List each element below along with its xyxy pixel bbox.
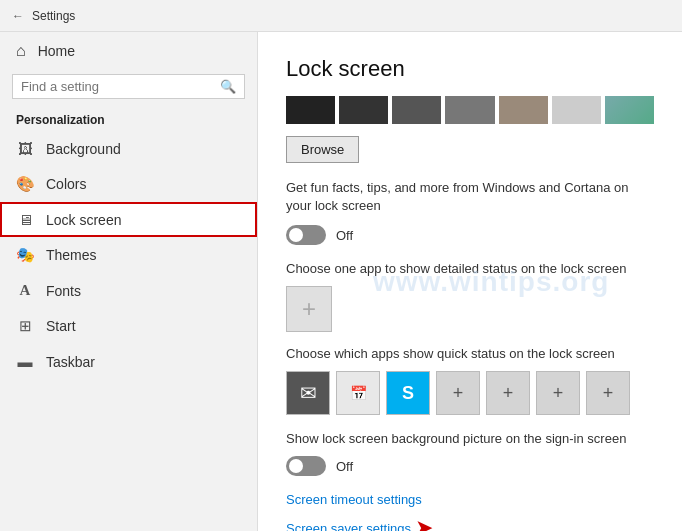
search-icon: 🔍 <box>220 79 236 94</box>
toggle-knob <box>289 228 303 242</box>
sidebar-item-lock-screen[interactable]: 🖥 Lock screen <box>0 202 257 237</box>
background-icon: 🖼 <box>16 140 34 157</box>
bg-preview-1 <box>286 96 335 124</box>
search-input[interactable] <box>21 79 220 94</box>
app-icon-calendar[interactable]: 📅 <box>336 371 380 415</box>
taskbar-icon: ▬ <box>16 353 34 370</box>
quick-status-app-picker: ✉ 📅 S + + + + <box>286 371 654 415</box>
sidebar-item-start-label: Start <box>46 318 76 334</box>
colors-icon: 🎨 <box>16 175 34 193</box>
title-bar-text: Settings <box>32 9 75 23</box>
screen-saver-link[interactable]: Screen saver settings <box>286 521 411 531</box>
sidebar-item-taskbar[interactable]: ▬ Taskbar <box>0 344 257 379</box>
signin-toggle-knob <box>289 459 303 473</box>
bg-preview-6 <box>552 96 601 124</box>
home-icon: ⌂ <box>16 42 26 60</box>
themes-icon: 🎭 <box>16 246 34 264</box>
sidebar: ⌂ Home 🔍 Personalization 🖼 Background 🎨 … <box>0 32 258 531</box>
detailed-status-app-icon[interactable]: + <box>286 286 332 332</box>
sidebar-item-colors[interactable]: 🎨 Colors <box>0 166 257 202</box>
bg-preview-7 <box>605 96 654 124</box>
fonts-icon: A <box>16 282 34 299</box>
bg-preview-3 <box>392 96 441 124</box>
sidebar-search-box[interactable]: 🔍 <box>12 74 245 99</box>
sidebar-item-fonts[interactable]: A Fonts <box>0 273 257 308</box>
sidebar-item-lock-screen-label: Lock screen <box>46 212 121 228</box>
main-content: www.wintips.org Lock screen Browse Get f… <box>258 32 682 531</box>
sidebar-item-background[interactable]: 🖼 Background <box>0 131 257 166</box>
signin-label: Show lock screen background picture on t… <box>286 431 654 446</box>
bg-preview-4 <box>445 96 494 124</box>
app-icon-plus-3[interactable]: + <box>536 371 580 415</box>
sidebar-item-themes[interactable]: 🎭 Themes <box>0 237 257 273</box>
bg-preview-2 <box>339 96 388 124</box>
sidebar-item-fonts-label: Fonts <box>46 283 81 299</box>
red-arrow-icon: ➤ <box>415 515 433 531</box>
bg-preview-5 <box>499 96 548 124</box>
app-icon-plus-2[interactable]: + <box>486 371 530 415</box>
signin-toggle-label: Off <box>336 459 353 474</box>
active-border <box>0 202 257 237</box>
cortana-toggle-row: Off <box>286 225 654 245</box>
signin-toggle-row: Off <box>286 456 654 476</box>
bg-preview-strip <box>286 96 654 124</box>
sidebar-item-colors-label: Colors <box>46 176 86 192</box>
back-button[interactable]: ← <box>12 9 24 23</box>
sidebar-section-label: Personalization <box>0 107 257 131</box>
signin-toggle[interactable] <box>286 456 326 476</box>
sidebar-item-home[interactable]: ⌂ Home <box>0 32 257 70</box>
sidebar-item-taskbar-label: Taskbar <box>46 354 95 370</box>
start-icon: ⊞ <box>16 317 34 335</box>
sidebar-item-themes-label: Themes <box>46 247 97 263</box>
app-icon-mail[interactable]: ✉ <box>286 371 330 415</box>
page-title: Lock screen <box>286 56 654 82</box>
detailed-status-label: Choose one app to show detailed status o… <box>286 261 654 276</box>
browse-button[interactable]: Browse <box>286 136 359 163</box>
app-icon-skype[interactable]: S <box>386 371 430 415</box>
cortana-toggle[interactable] <box>286 225 326 245</box>
cortana-toggle-label: Off <box>336 228 353 243</box>
app-icon-plus-1[interactable]: + <box>436 371 480 415</box>
quick-status-label: Choose which apps show quick status on t… <box>286 346 654 361</box>
cortana-description: Get fun facts, tips, and more from Windo… <box>286 179 654 215</box>
sidebar-item-background-label: Background <box>46 141 121 157</box>
lock-screen-icon: 🖥 <box>16 211 34 228</box>
screen-saver-row: Screen saver settings ➤ <box>286 515 654 531</box>
app-icon-plus-4[interactable]: + <box>586 371 630 415</box>
sidebar-home-label: Home <box>38 43 75 59</box>
screen-timeout-link[interactable]: Screen timeout settings <box>286 492 654 507</box>
sidebar-item-start[interactable]: ⊞ Start <box>0 308 257 344</box>
